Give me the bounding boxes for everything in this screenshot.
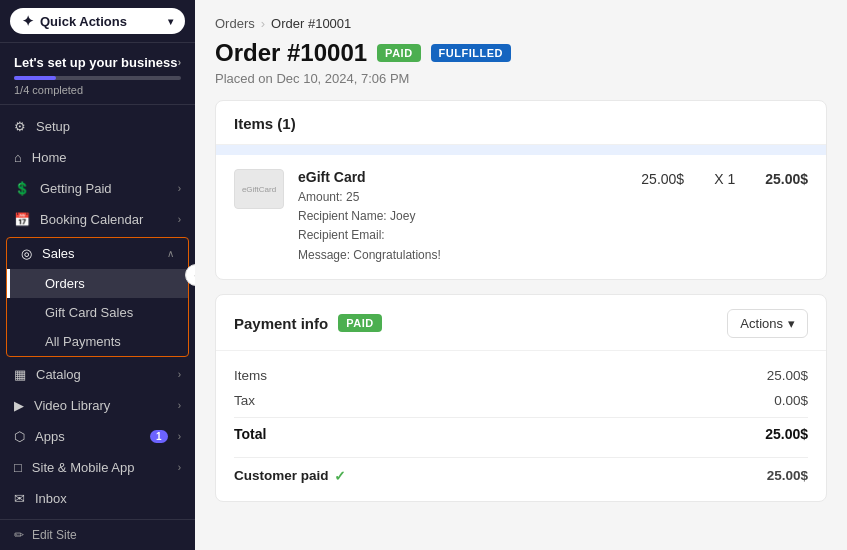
items-label: Items: [234, 368, 267, 383]
sidebar: ✦ Quick Actions ▾ Let's set up your busi…: [0, 0, 195, 550]
sidebar-item-gift-card-sales[interactable]: Gift Card Sales: [7, 298, 188, 327]
total-label: Total: [234, 426, 266, 442]
paid-badge: PAID: [377, 44, 420, 62]
apps-icon: ⬡: [14, 429, 25, 444]
sidebar-item-label: Site & Mobile App: [32, 460, 168, 475]
tax-value: 0.00$: [774, 393, 808, 408]
sidebar-item-customers-leads[interactable]: 👤 Customers & Leads ›: [0, 514, 195, 519]
item-message: Message: Congratulations!: [298, 246, 627, 265]
breadcrumb-current: Order #10001: [271, 16, 351, 31]
sidebar-item-all-payments[interactable]: All Payments: [7, 327, 188, 356]
sidebar-item-site-mobile[interactable]: □ Site & Mobile App ›: [0, 452, 195, 483]
fulfilled-badge: FULFILLED: [431, 44, 511, 62]
actions-label: Actions: [740, 316, 783, 331]
breadcrumb-orders-link[interactable]: Orders: [215, 16, 255, 31]
sidebar-item-label: Inbox: [35, 491, 181, 506]
sidebar-item-catalog[interactable]: ▦ Catalog ›: [0, 359, 195, 390]
all-payments-label: All Payments: [45, 334, 121, 349]
quick-actions-button[interactable]: ✦ Quick Actions ▾: [10, 8, 185, 34]
sidebar-item-booking-calendar[interactable]: 📅 Booking Calendar ›: [0, 204, 195, 235]
sidebar-item-label: Video Library: [34, 398, 168, 413]
tax-row: Tax 0.00$: [234, 388, 808, 413]
edit-site-button[interactable]: ✏ Edit Site: [0, 519, 195, 550]
payment-rows: Items 25.00$ Tax 0.00$ Total 25.00$ Cust…: [216, 351, 826, 501]
customer-paid-row: Customer paid ✓ 25.00$: [234, 457, 808, 489]
sidebar-item-getting-paid[interactable]: 💲 Getting Paid ›: [0, 173, 195, 204]
item-recipient-name: Recipient Name: Joey: [298, 207, 627, 226]
customer-paid-text: Customer paid: [234, 468, 329, 483]
sidebar-item-label: Sales: [42, 246, 157, 261]
total-value: 25.00$: [765, 426, 808, 442]
item-total: 25.00$: [765, 171, 808, 187]
chevron-right-icon: ›: [178, 214, 181, 225]
items-card-header: Items (1): [216, 101, 826, 145]
sidebar-item-setup[interactable]: ⚙ Setup: [0, 111, 195, 142]
payment-card: Payment info PAID Actions ▾ Items 25.00$…: [215, 294, 827, 502]
chevron-right-icon: ›: [178, 369, 181, 380]
chevron-up-icon: ∧: [167, 248, 174, 259]
items-card: Items (1) eGiftCard eGift Card Amount: 2…: [215, 100, 827, 280]
item-name: eGift Card: [298, 169, 627, 185]
chevron-right-icon: ›: [178, 400, 181, 411]
sidebar-item-label: Setup: [36, 119, 181, 134]
edit-icon: ✏: [14, 528, 24, 542]
total-row: Total 25.00$: [234, 417, 808, 447]
order-title: Order #10001: [215, 39, 367, 67]
sidebar-item-label: Booking Calendar: [40, 212, 168, 227]
apps-badge: 1: [150, 430, 168, 443]
progress-bar-container: [14, 76, 181, 80]
sidebar-item-label: Home: [32, 150, 181, 165]
chevron-down-icon: ▾: [788, 316, 795, 331]
inbox-icon: ✉: [14, 491, 25, 506]
customer-paid-value: 25.00$: [767, 468, 808, 483]
video-icon: ▶: [14, 398, 24, 413]
item-pricing: 25.00$ X 1 25.00$: [641, 169, 808, 187]
sidebar-item-home[interactable]: ⌂ Home: [0, 142, 195, 173]
payment-header-left: Payment info PAID: [234, 314, 382, 332]
order-header: Order #10001 PAID FULFILLED: [215, 39, 827, 67]
item-row: eGiftCard eGift Card Amount: 25 Recipien…: [216, 155, 826, 279]
actions-button[interactable]: Actions ▾: [727, 309, 808, 338]
setup-icon: ⚙: [14, 119, 26, 134]
business-setup-section: Let's set up your business › 1/4 complet…: [0, 43, 195, 105]
item-unit-price: 25.00$: [641, 171, 684, 187]
sidebar-item-label: Getting Paid: [40, 181, 168, 196]
gift-card-label: Gift Card Sales: [45, 305, 133, 320]
dollar-icon: 💲: [14, 181, 30, 196]
mobile-icon: □: [14, 460, 22, 475]
sidebar-item-inbox[interactable]: ✉ Inbox: [0, 483, 195, 514]
sidebar-item-label: Apps: [35, 429, 140, 444]
business-title[interactable]: Let's set up your business ›: [14, 55, 181, 70]
item-highlight-row: [216, 145, 826, 155]
sidebar-nav: ⚙ Setup ⌂ Home 💲 Getting Paid › 📅 Bookin…: [0, 105, 195, 519]
breadcrumb: Orders › Order #10001: [215, 16, 827, 31]
star-icon: ✦: [22, 13, 34, 29]
items-value: 25.00$: [767, 368, 808, 383]
check-icon: ✓: [334, 468, 346, 484]
sidebar-item-sales[interactable]: ◎ Sales ∧: [7, 238, 188, 269]
item-details: eGift Card Amount: 25 Recipient Name: Jo…: [298, 169, 627, 265]
progress-text: 1/4 completed: [14, 84, 181, 96]
chevron-right-icon: ›: [178, 431, 181, 442]
sidebar-item-label: Catalog: [36, 367, 168, 382]
main-content: Orders › Order #10001 Order #10001 PAID …: [195, 0, 847, 550]
sidebar-item-orders[interactable]: Orders: [7, 269, 188, 298]
sidebar-item-apps[interactable]: ⬡ Apps 1 ›: [0, 421, 195, 452]
item-amount: Amount: 25: [298, 188, 627, 207]
calendar-icon: 📅: [14, 212, 30, 227]
orders-label: Orders: [45, 276, 85, 291]
sales-icon: ◎: [21, 246, 32, 261]
payment-info-label: Payment info: [234, 315, 328, 332]
item-image-text: eGiftCard: [240, 183, 278, 196]
chevron-right-icon: ›: [178, 462, 181, 473]
sales-group: ◎ Sales ∧ Orders Gift Card Sales All Pay…: [6, 237, 189, 357]
breadcrumb-separator: ›: [261, 16, 265, 31]
sidebar-item-video-library[interactable]: ▶ Video Library ›: [0, 390, 195, 421]
chevron-down-icon: ▾: [168, 16, 173, 27]
item-image: eGiftCard: [234, 169, 284, 209]
quick-actions-label: Quick Actions: [40, 14, 127, 29]
payment-card-header: Payment info PAID Actions ▾: [216, 295, 826, 351]
tax-label: Tax: [234, 393, 255, 408]
item-recipient-email: Recipient Email:: [298, 226, 627, 245]
sidebar-top: ✦ Quick Actions ▾: [0, 0, 195, 43]
